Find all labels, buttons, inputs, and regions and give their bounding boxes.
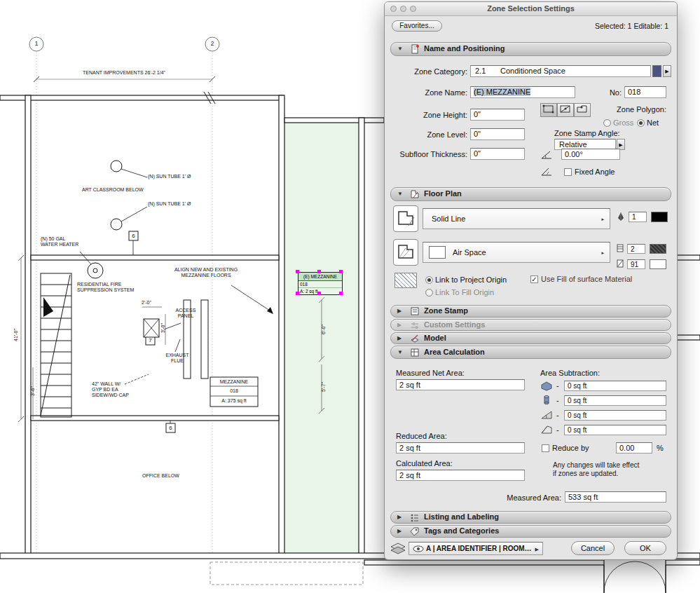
- disclosure-triangle[interactable]: ▶: [397, 308, 402, 314]
- calculated-area-input[interactable]: 2 sq ft: [396, 470, 525, 481]
- disclosure-triangle[interactable]: ▼: [397, 349, 403, 355]
- link-project-origin-radio[interactable]: [425, 276, 433, 284]
- layer-combo-value: A | AREA IDENTIFIER | ROOM…: [426, 545, 532, 552]
- zone-fill-preview-button[interactable]: [393, 239, 418, 266]
- plan-note-water-heater: (N) 50 GAL WATER HEATER: [41, 236, 78, 247]
- name-positioning-icon: [410, 44, 420, 55]
- angle-icon: [540, 149, 553, 162]
- selection-handle[interactable]: [317, 270, 321, 273]
- zone-level-input[interactable]: 0": [470, 128, 525, 140]
- link-fill-origin-radio[interactable]: [425, 289, 433, 296]
- zone-selection-settings-dialog: Zone Selection Settings Favorites... Sel…: [384, 1, 678, 560]
- plan-mezz-tag-area: A: 375 sq ft: [211, 398, 257, 404]
- archicad-canvas: 1 2 TENANT IMPROVEMENTS 26'-2 1/4" (N) S…: [0, 0, 700, 593]
- ok-button[interactable]: OK: [624, 541, 666, 555]
- selection-handle[interactable]: [339, 270, 343, 273]
- fill-bg-color-swatch[interactable]: [650, 259, 666, 269]
- fill-type-dropdown[interactable]: Air Space ▸: [423, 242, 610, 263]
- net-radio[interactable]: [637, 119, 645, 127]
- fixed-angle-checkbox[interactable]: [564, 168, 572, 176]
- plan-mezz-tag-title: MEZZANINE: [211, 379, 257, 385]
- layer-combo[interactable]: A | AREA IDENTIFIER | ROOM… ▶: [409, 542, 543, 555]
- disclosure-triangle[interactable]: ▶: [397, 528, 402, 534]
- zone-stamp-number: 018: [298, 281, 342, 288]
- selection-handle[interactable]: [296, 270, 299, 273]
- zone-stamp-name: (E) MEZZANINE: [298, 273, 342, 281]
- zone-category-label: Zone Category:: [390, 67, 467, 76]
- link-project-origin-label[interactable]: Link to Project Origin: [435, 275, 507, 284]
- gross-radio[interactable]: [603, 119, 611, 127]
- chevron-right-icon: ▸: [601, 217, 604, 222]
- model-icon: [410, 334, 420, 345]
- measured-net-area-input[interactable]: 2 sq ft: [396, 379, 525, 390]
- reduce-by-label[interactable]: Reduce by: [552, 444, 589, 452]
- reduced-area-label: Reduced Area:: [396, 432, 447, 440]
- contour-line-type-value: Solid Line: [432, 214, 465, 223]
- plan-marker-7: 7: [146, 336, 155, 345]
- wall-subtraction-input[interactable]: 0 sq ft: [564, 381, 666, 391]
- plan-dim-2-0: 2'-0": [142, 300, 151, 306]
- area-calculation-icon: [410, 348, 420, 359]
- zone-height-input[interactable]: 0": [470, 109, 525, 121]
- link-fill-origin-label[interactable]: Link To Fill Origin: [435, 288, 494, 296]
- zone-category-color-swatch[interactable]: [652, 65, 661, 77]
- zone-category-popup-button[interactable]: ▶: [663, 65, 671, 77]
- disclosure-triangle[interactable]: ▶: [397, 514, 402, 520]
- plan-note-exhaust-flue: EXHAUST FLUE: [164, 353, 191, 364]
- layers-icon[interactable]: [389, 540, 407, 557]
- measured-area-input[interactable]: 533 sq ft: [565, 491, 666, 503]
- low-ceiling-subtraction-input[interactable]: 0 sq ft: [564, 410, 666, 421]
- check-icon: ✓: [531, 275, 537, 283]
- fixed-angle-icon: [540, 166, 553, 179]
- curved-ceiling-subtraction-input[interactable]: 0 sq ft: [564, 425, 666, 435]
- dialog-titlebar[interactable]: Zone Selection Settings: [385, 2, 677, 16]
- selection-handle[interactable]: [317, 292, 321, 295]
- gross-radio-label[interactable]: Gross: [613, 118, 633, 127]
- net-radio-label[interactable]: Net: [647, 118, 659, 127]
- zone-name-input[interactable]: (E) MEZZANINE: [470, 86, 575, 98]
- zone-stamp-angle-label: Zone Stamp Angle:: [554, 129, 620, 137]
- fill-pen-icon: [616, 243, 624, 254]
- contour-pen-color-swatch[interactable]: [651, 212, 668, 222]
- disclosure-triangle[interactable]: ▼: [397, 191, 403, 197]
- zone-number-input[interactable]: 018: [624, 86, 666, 98]
- reduced-area-input[interactable]: 2 sq ft: [396, 442, 525, 454]
- use-fill-surface-checkbox[interactable]: ✓: [530, 275, 538, 283]
- zone-polygon-method-2-button[interactable]: [557, 103, 574, 117]
- section-label: Tags and Categories: [424, 526, 499, 535]
- column-subtraction-input[interactable]: 0 sq ft: [564, 395, 666, 406]
- minus-sign: -: [556, 411, 559, 419]
- contour-line-type-dropdown[interactable]: Solid Line ▸: [423, 208, 610, 229]
- cancel-button[interactable]: Cancel: [571, 541, 615, 555]
- reduce-by-input[interactable]: 0.00: [616, 442, 652, 454]
- fill-preview-swatch: [429, 246, 446, 259]
- fill-pen-color-swatch[interactable]: [650, 244, 666, 254]
- contour-pen-input[interactable]: 1: [629, 212, 647, 222]
- subfloor-thickness-label: Subfloor Thickness:: [390, 150, 467, 158]
- calculated-area-label: Calculated Area:: [396, 459, 453, 468]
- plan-dim-3-6: 3'-6": [30, 381, 36, 401]
- use-fill-surface-label[interactable]: Use Fill of surface Material: [541, 275, 632, 283]
- zone-contour-preview-button[interactable]: [393, 205, 418, 232]
- zone-polygon-method-3-button[interactable]: [574, 103, 591, 117]
- disclosure-triangle[interactable]: ▶: [397, 335, 402, 341]
- selection-handle[interactable]: [296, 292, 299, 295]
- fill-bg-pen-input[interactable]: 91: [627, 259, 645, 269]
- pen-icon: [616, 211, 626, 224]
- fixed-angle-label[interactable]: Fixed Angle: [575, 168, 615, 176]
- section-label: Area Calculation: [424, 348, 485, 356]
- selection-handle[interactable]: [339, 292, 343, 295]
- measured-area-label: Measured Area:: [469, 493, 561, 502]
- subfloor-thickness-input[interactable]: 0": [470, 148, 525, 160]
- disclosure-triangle[interactable]: ▶: [397, 322, 402, 328]
- favorites-button[interactable]: Favorites...: [392, 20, 442, 32]
- zone-polygon-method-1-button[interactable]: [540, 103, 557, 117]
- reduce-by-checkbox[interactable]: [542, 444, 549, 452]
- disclosure-triangle[interactable]: ▼: [397, 46, 403, 52]
- plan-note-art-classroom: ART CLASSROOM BELOW: [82, 187, 144, 193]
- zone-category-combo[interactable]: 2.1 Conditioned Space: [470, 65, 651, 77]
- fill-pen-input[interactable]: 2: [627, 244, 645, 254]
- plan-marker-6-top: 6: [129, 231, 138, 240]
- minus-sign: -: [556, 425, 559, 434]
- stamp-angle-input[interactable]: 0.00°: [561, 149, 620, 160]
